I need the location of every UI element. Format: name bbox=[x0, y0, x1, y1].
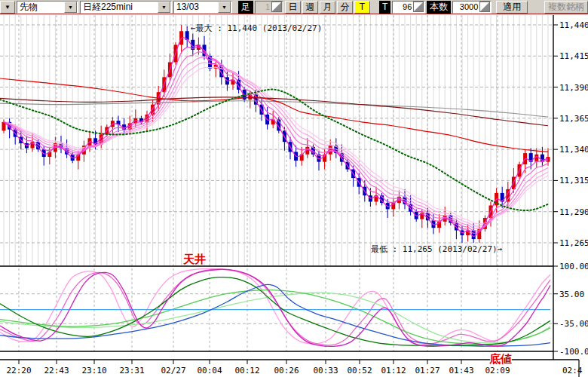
svg-text:23:10: 23:10 bbox=[81, 366, 106, 375]
min-price-annotation: 最低 : 11,265 (2013/02/27)→ bbox=[371, 244, 502, 255]
contract-combo-value: 13/03 bbox=[174, 2, 218, 12]
chevron-down-icon[interactable]: ▼ bbox=[64, 2, 77, 13]
svg-text:00:12: 00:12 bbox=[234, 366, 259, 375]
svg-text:01:43: 01:43 bbox=[449, 366, 473, 375]
tick-count-value: 96 bbox=[393, 2, 413, 11]
bars-label: 本数 bbox=[427, 1, 451, 14]
svg-text:-100.00: -100.00 bbox=[559, 347, 588, 357]
toolbar: ▼ 先物 ▼ 日経225mini ▼ 13/03 ▼ 足 1 日 週 月 分 T… bbox=[0, 0, 588, 14]
period-button-day[interactable]: 日 bbox=[285, 1, 301, 14]
period-button-week[interactable]: 週 bbox=[302, 1, 318, 14]
ema-8 bbox=[4, 57, 548, 228]
gray-ma bbox=[0, 101, 548, 117]
svg-text:01:27: 01:27 bbox=[415, 366, 439, 375]
market-combo-value: 先物 bbox=[17, 1, 64, 14]
svg-text:11,365: 11,365 bbox=[559, 114, 588, 124]
bars-count-stepper[interactable]: 3000 bbox=[452, 1, 492, 14]
period-button-tick[interactable]: T bbox=[354, 1, 370, 14]
chart-svg: 11,44011,41511,39011,36511,34011,31511,2… bbox=[0, 15, 588, 377]
period-button-minute[interactable]: 分 bbox=[337, 1, 353, 14]
period-button-month[interactable]: 月 bbox=[320, 1, 335, 14]
spinner-icon[interactable] bbox=[413, 2, 424, 12]
bar-stripes bbox=[4, 15, 548, 266]
axes: 11,44011,41511,39011,36511,34011,31511,2… bbox=[0, 15, 588, 377]
svg-text:11,340: 11,340 bbox=[559, 145, 588, 155]
spinner-icon[interactable] bbox=[479, 2, 490, 12]
svg-text:11,315: 11,315 bbox=[559, 176, 588, 185]
svg-text:02/27: 02/27 bbox=[161, 366, 185, 375]
symbol-combo-value: 日経225mini bbox=[81, 1, 158, 14]
market-combo[interactable]: 先物 ▼ bbox=[17, 1, 78, 14]
svg-text:35.00: 35.00 bbox=[559, 290, 584, 299]
interval-stepper[interactable]: 1 bbox=[255, 1, 283, 14]
ema-6 bbox=[4, 52, 548, 231]
svg-text:100.00: 100.00 bbox=[559, 262, 588, 271]
svg-text:11,440: 11,440 bbox=[559, 20, 588, 30]
ceiling-annotation: 天井 bbox=[183, 253, 206, 267]
chart-area[interactable]: 11,44011,41511,39011,36511,34011,31511,2… bbox=[0, 15, 588, 377]
bar-type-label: 足 bbox=[238, 1, 253, 14]
ema-2 bbox=[4, 38, 548, 237]
ema-4 bbox=[4, 47, 548, 233]
svg-text:23:31: 23:31 bbox=[119, 366, 144, 375]
window-dropdown-button[interactable]: ▼ bbox=[0, 1, 15, 14]
symbol-combo[interactable]: 日経225mini ▼ bbox=[80, 1, 172, 14]
svg-text:11,290: 11,290 bbox=[559, 207, 588, 217]
svg-text:00:52: 00:52 bbox=[347, 366, 372, 375]
slow-moving-averages bbox=[0, 78, 548, 210]
bars-count-value: 3000 bbox=[453, 2, 479, 11]
svg-text:11,265: 11,265 bbox=[559, 238, 588, 248]
svg-text:00:26: 00:26 bbox=[274, 366, 299, 375]
svg-text:00:33: 00:33 bbox=[313, 366, 338, 375]
time-gridlines bbox=[19, 15, 498, 351]
svg-text:-35.00: -35.00 bbox=[559, 319, 588, 329]
svg-text:02:4: 02:4 bbox=[562, 366, 583, 375]
chevron-down-icon[interactable]: ▼ bbox=[218, 2, 231, 13]
svg-text:02:09: 02:09 bbox=[485, 366, 510, 375]
tick-count-label: T bbox=[379, 1, 390, 14]
oscillator-lines bbox=[0, 268, 550, 346]
spinner-icon[interactable] bbox=[271, 2, 282, 12]
tick-count-stepper[interactable]: 96 bbox=[392, 1, 425, 14]
chevron-down-icon[interactable]: ▼ bbox=[158, 2, 170, 13]
svg-text:01:12: 01:12 bbox=[381, 366, 406, 375]
ema-ribbon bbox=[4, 38, 548, 237]
rci-mid-pink bbox=[0, 269, 550, 345]
svg-text:00:04: 00:04 bbox=[197, 366, 222, 375]
svg-text:22:43: 22:43 bbox=[44, 366, 69, 375]
apply-button[interactable]: 適用 bbox=[496, 1, 528, 14]
interval-value: 1 bbox=[256, 2, 271, 11]
multi-symbol-button[interactable]: 複数銘柄 bbox=[544, 1, 588, 14]
ema-12 bbox=[4, 67, 548, 224]
svg-text:22:20: 22:20 bbox=[6, 366, 31, 375]
svg-text:11,390: 11,390 bbox=[559, 83, 588, 93]
svg-text:11,415: 11,415 bbox=[559, 51, 588, 61]
trading-chart-window: ▼ 先物 ▼ 日経225mini ▼ 13/03 ▼ 足 1 日 週 月 分 T… bbox=[0, 0, 588, 377]
contract-month-combo[interactable]: 13/03 ▼ bbox=[173, 1, 232, 14]
price-gridlines bbox=[0, 25, 553, 243]
max-price-annotation: ←最大 : 11,440 (2013/02/27) bbox=[191, 23, 322, 34]
bottom-annotation: 底値 bbox=[489, 352, 512, 366]
rci-light-pink bbox=[0, 268, 550, 345]
